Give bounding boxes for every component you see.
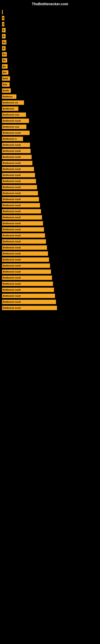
bar-row: Bottleneck re — [2, 136, 98, 142]
bar-label: Bottleneck result — [3, 168, 21, 170]
bar-label: Bottleneck result — [3, 246, 21, 249]
bar-row: Bottleneck result — [2, 130, 98, 136]
bar-label: Bo — [3, 53, 6, 56]
bar-label: Bottl — [3, 77, 8, 80]
bar-row: Bottlenec — [2, 94, 98, 100]
bar-label: Bottleneck result — [3, 192, 21, 194]
bar-row: Bot — [2, 70, 98, 75]
bar-label: Bottleneck result — [3, 162, 21, 164]
bar-row: Bottle — [2, 88, 98, 94]
bar: Bot — [2, 70, 8, 75]
bar: Bottleneck result — [2, 130, 30, 135]
bar-label: Bot — [3, 71, 6, 74]
bar-label: Bottleneck resu — [3, 126, 19, 128]
bar-label: Bottleneck result — [3, 216, 21, 218]
bar-label: Bottleneck result — [3, 240, 21, 243]
bar-row: Bottleneck result — [2, 154, 98, 160]
bar-label: E — [3, 23, 4, 25]
bar-row — [2, 9, 98, 15]
bar: Bottleneck result — [2, 282, 53, 286]
bar: Bottleneck result — [2, 203, 40, 208]
bar-row: Bottleneck result — [2, 160, 98, 166]
bar-label: E — [3, 17, 4, 19]
bar: Bo — [2, 52, 7, 56]
bar-label: Bottleneck result — [3, 276, 21, 279]
bar-row: Bo — [2, 40, 98, 45]
bar — [2, 10, 3, 14]
bar-row: Bottleneck result — [2, 184, 98, 190]
bar-row: Bottleneck result — [2, 172, 98, 178]
bar-row: Bottleneck result — [2, 275, 98, 280]
bar-label: Bo — [3, 41, 6, 44]
bar-label: Bottlenec — [3, 96, 13, 98]
bar-row: Bottleneck result — [2, 178, 98, 184]
bar: Bottleneck result — [2, 209, 41, 214]
bar-label: Bottleneck result — [3, 144, 21, 146]
bar: Bottleneck re — [2, 137, 23, 141]
bar-label: Bottleneck res — [3, 102, 18, 104]
bar: Bottleneck result — [2, 118, 29, 123]
bar: Bottleneck result — [2, 288, 54, 292]
bar: Bottleneck result — [2, 270, 51, 274]
bar-label: Bottleneck resu — [3, 114, 19, 116]
bar-row: Bottleneck result — [2, 281, 98, 286]
bar-label: Bottle — [3, 89, 9, 92]
bar: Bottleneck result — [2, 161, 32, 165]
bar-row: Bottleneck result — [2, 118, 98, 124]
bar: Bottleneck result — [2, 251, 48, 256]
bar-row: Bottleneck result — [2, 208, 98, 214]
bar-row: Bottleneck result — [2, 257, 98, 262]
bar-row: Bottleneck result — [2, 239, 98, 244]
bar-row: Bottleneck result — [2, 190, 98, 196]
bar-row: Bottleneck resu — [2, 112, 98, 118]
bar-label: Bottleneck result — [3, 174, 21, 176]
bar-label: Bottleneck result — [3, 132, 21, 134]
bar-row: Bottleneck result — [2, 305, 98, 311]
bar-label: B — [3, 47, 4, 50]
bar-label: Bottleneck result — [3, 204, 21, 206]
bar-label: Bottleneck result — [3, 301, 21, 303]
bar: Bottleneck result — [2, 173, 35, 177]
bar-row: Bottleneck res — [2, 100, 98, 106]
bar-row: E — [2, 21, 98, 27]
bar: E — [2, 22, 4, 26]
bar-label: Bottleneck result — [3, 234, 21, 237]
bars-container: EEBBBoBBoBoBoBotBottlBottBottleBottlenec… — [0, 7, 100, 313]
bar: Bottleneck result — [2, 221, 43, 226]
bar-label: Bottleneck result — [3, 198, 21, 200]
bar-row: Bott — [2, 82, 98, 87]
site-title: TheBottlenecker.com — [0, 0, 100, 7]
bar-row: Bottleneck result — [2, 251, 98, 256]
bar-label: Bottleneck result — [3, 186, 21, 188]
bar-row: Bottleneck result — [2, 293, 98, 299]
bar: Bottleneck result — [2, 185, 37, 190]
bar: Bottleneck res — [2, 100, 24, 105]
bar-row: B — [2, 27, 98, 33]
bar-row: Bottleneck result — [2, 263, 98, 268]
bar-row: Bottleneck result — [2, 220, 98, 226]
bar: Bottleneck result — [2, 245, 47, 250]
bar-row: Bottleneck resu — [2, 124, 98, 130]
bar: Bottleneck result — [2, 149, 31, 153]
bar: Bottleneck result — [2, 143, 30, 147]
bar: B — [2, 46, 6, 50]
bar-row: Bo — [2, 64, 98, 69]
bar-label: Bottleneck result — [3, 258, 21, 261]
bar: Bottleneck result — [2, 197, 39, 202]
bar-label: Bottleneck result — [3, 282, 21, 285]
bar-row: Bottleneck result — [2, 142, 98, 148]
bar: Bottleneck result — [2, 167, 34, 171]
bar: Bottleneck result — [2, 191, 38, 196]
bar-label: Bottleneck result — [3, 210, 21, 212]
bar-row: E — [2, 15, 98, 21]
bar-label: Bottleneck result — [3, 270, 21, 273]
bar-label: Bottleneck result — [3, 120, 21, 122]
bar: Bottleneck result — [2, 179, 36, 183]
bar: Bottleneck — [2, 106, 18, 111]
bar: Bottleneck result — [2, 264, 50, 268]
bar-label: Bottleneck result — [3, 150, 21, 152]
bar-row: B — [2, 46, 98, 51]
bar-label: Bottleneck re — [3, 138, 17, 140]
bar-label: Bottleneck result — [3, 222, 21, 224]
bar-row: Bottleneck result — [2, 202, 98, 208]
